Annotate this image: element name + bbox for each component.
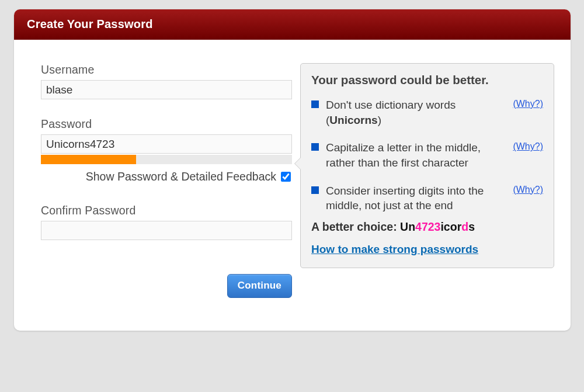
strength-meter — [41, 155, 292, 164]
why-link[interactable]: (Why?) — [513, 141, 543, 152]
confirm-password-input[interactable] — [41, 221, 292, 240]
tip-text-bold: Unicorns — [329, 114, 377, 126]
tip-row: Don't use dictionary words (Unicorns) (W… — [311, 98, 543, 127]
password-card: Create Your Password Username Password S… — [14, 9, 571, 331]
card-title: Create Your Password — [14, 9, 571, 40]
better-choice-part: s — [468, 220, 475, 233]
better-choice-part: Un — [400, 220, 415, 233]
square-bullet-icon — [311, 186, 319, 194]
password-label: Password — [41, 117, 292, 131]
better-choice-part: 4723 — [415, 220, 440, 233]
show-password-checkbox[interactable] — [281, 172, 291, 182]
username-input[interactable] — [41, 80, 292, 99]
tip-row: Capitalize a letter in the middle, rathe… — [311, 140, 543, 170]
password-input[interactable] — [41, 134, 292, 154]
username-label: Username — [41, 63, 292, 77]
show-password-label: Show Password & Detailed Feedback — [86, 170, 276, 183]
square-bullet-icon — [311, 100, 319, 108]
show-password-row: Show Password & Detailed Feedback — [41, 170, 292, 183]
card-body: Username Password Show Password & Detail… — [14, 40, 571, 331]
howto-link[interactable]: How to make strong passwords — [311, 243, 478, 256]
better-choice-row: A better choice: Un4723icords — [311, 220, 543, 234]
feedback-arrow-icon — [294, 157, 301, 170]
tip-text: Don't use dictionary words (Unicorns) — [326, 98, 506, 127]
tip-row: Consider inserting digits into the middl… — [311, 183, 543, 213]
feedback-column: Your password could be better. Don't use… — [300, 63, 554, 298]
feedback-title: Your password could be better. — [311, 73, 543, 87]
tip-text: Capitalize a letter in the middle, rathe… — [326, 140, 506, 170]
why-link[interactable]: (Why?) — [513, 185, 543, 195]
tip-text: Consider inserting digits into the middl… — [326, 183, 506, 213]
better-choice-label: A better choice: — [311, 220, 400, 233]
strength-meter-fill — [41, 155, 136, 164]
better-choice-part: icor — [440, 220, 461, 233]
continue-button[interactable]: Continue — [227, 274, 292, 298]
confirm-password-label: Confirm Password — [41, 204, 292, 217]
feedback-box: Your password could be better. Don't use… — [300, 63, 554, 268]
tip-text-suffix: ) — [378, 114, 381, 126]
better-choice-part: d — [461, 220, 468, 233]
form-column: Username Password Show Password & Detail… — [41, 63, 292, 298]
why-link[interactable]: (Why?) — [513, 99, 543, 109]
square-bullet-icon — [311, 143, 319, 151]
